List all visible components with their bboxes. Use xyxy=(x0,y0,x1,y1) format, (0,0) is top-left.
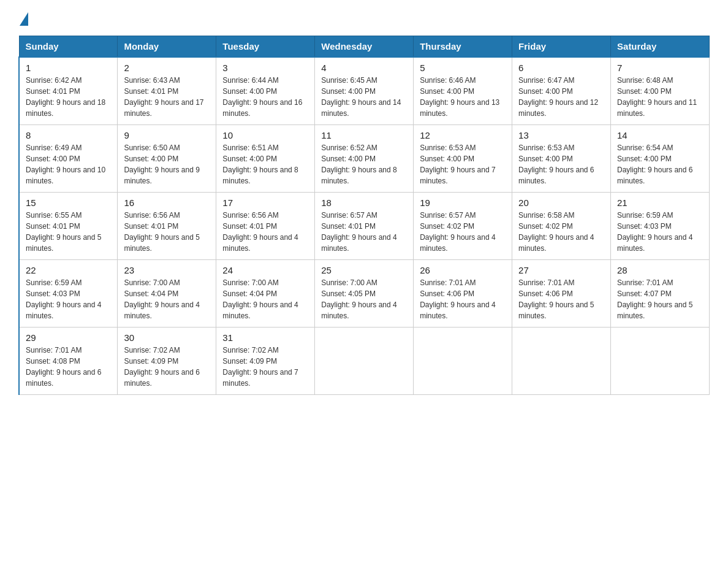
day-number: 31 xyxy=(222,332,308,343)
day-info: Sunrise: 7:02 AMSunset: 4:09 PMDaylight:… xyxy=(124,345,210,389)
calendar-cell: 5Sunrise: 6:46 AMSunset: 4:00 PMDaylight… xyxy=(414,57,512,124)
day-info: Sunrise: 6:55 AMSunset: 4:01 PMDaylight:… xyxy=(26,210,111,254)
calendar-cell: 12Sunrise: 6:53 AMSunset: 4:00 PMDayligh… xyxy=(414,124,512,192)
day-info: Sunrise: 7:01 AMSunset: 4:07 PMDaylight:… xyxy=(617,277,703,321)
calendar-cell: 2Sunrise: 6:43 AMSunset: 4:01 PMDaylight… xyxy=(118,57,216,124)
day-info: Sunrise: 7:00 AMSunset: 4:04 PMDaylight:… xyxy=(222,277,308,321)
day-number: 24 xyxy=(222,265,308,275)
day-number: 30 xyxy=(124,332,210,343)
calendar-header-row: SundayMondayTuesdayWednesdayThursdayFrid… xyxy=(19,36,710,58)
day-info: Sunrise: 6:56 AMSunset: 4:01 PMDaylight:… xyxy=(222,210,308,254)
calendar-cell: 21Sunrise: 6:59 AMSunset: 4:03 PMDayligh… xyxy=(611,192,710,259)
day-number: 17 xyxy=(222,197,308,208)
calendar-cell: 11Sunrise: 6:52 AMSunset: 4:00 PMDayligh… xyxy=(315,124,414,192)
day-info: Sunrise: 6:50 AMSunset: 4:00 PMDaylight:… xyxy=(124,142,210,186)
page-header xyxy=(18,12,710,23)
calendar-cell: 7Sunrise: 6:48 AMSunset: 4:00 PMDaylight… xyxy=(611,57,710,124)
day-number: 3 xyxy=(222,63,308,73)
calendar-cell: 16Sunrise: 6:56 AMSunset: 4:01 PMDayligh… xyxy=(118,192,216,259)
calendar-cell: 18Sunrise: 6:57 AMSunset: 4:01 PMDayligh… xyxy=(315,192,414,259)
calendar-cell: 26Sunrise: 7:01 AMSunset: 4:06 PMDayligh… xyxy=(414,259,512,327)
calendar-cell: 23Sunrise: 7:00 AMSunset: 4:04 PMDayligh… xyxy=(118,259,216,327)
calendar-cell: 28Sunrise: 7:01 AMSunset: 4:07 PMDayligh… xyxy=(611,259,710,327)
calendar-cell: 9Sunrise: 6:50 AMSunset: 4:00 PMDaylight… xyxy=(118,124,216,192)
day-info: Sunrise: 6:48 AMSunset: 4:00 PMDaylight:… xyxy=(617,75,703,119)
day-number: 1 xyxy=(26,63,111,73)
day-number: 18 xyxy=(321,197,407,208)
day-info: Sunrise: 7:01 AMSunset: 4:06 PMDaylight:… xyxy=(518,277,604,321)
calendar-week-row: 1Sunrise: 6:42 AMSunset: 4:01 PMDaylight… xyxy=(19,57,710,124)
day-info: Sunrise: 6:45 AMSunset: 4:00 PMDaylight:… xyxy=(321,75,407,119)
calendar-cell: 6Sunrise: 6:47 AMSunset: 4:00 PMDaylight… xyxy=(512,57,611,124)
calendar-cell: 15Sunrise: 6:55 AMSunset: 4:01 PMDayligh… xyxy=(19,192,118,259)
calendar-cell: 31Sunrise: 7:02 AMSunset: 4:09 PMDayligh… xyxy=(216,327,315,394)
day-header-sunday: Sunday xyxy=(19,36,118,58)
calendar-cell: 25Sunrise: 7:00 AMSunset: 4:05 PMDayligh… xyxy=(315,259,414,327)
logo-triangle-icon xyxy=(20,12,28,26)
day-info: Sunrise: 6:58 AMSunset: 4:02 PMDaylight:… xyxy=(518,210,604,254)
logo xyxy=(18,12,29,23)
day-number: 19 xyxy=(420,197,506,208)
calendar-cell: 20Sunrise: 6:58 AMSunset: 4:02 PMDayligh… xyxy=(512,192,611,259)
day-info: Sunrise: 6:49 AMSunset: 4:00 PMDaylight:… xyxy=(26,142,111,186)
day-number: 28 xyxy=(617,265,703,275)
day-number: 22 xyxy=(26,265,111,275)
day-number: 16 xyxy=(124,197,210,208)
day-info: Sunrise: 7:00 AMSunset: 4:05 PMDaylight:… xyxy=(321,277,407,321)
day-info: Sunrise: 6:56 AMSunset: 4:01 PMDaylight:… xyxy=(124,210,210,254)
calendar-cell: 14Sunrise: 6:54 AMSunset: 4:00 PMDayligh… xyxy=(611,124,710,192)
calendar-cell: 13Sunrise: 6:53 AMSunset: 4:00 PMDayligh… xyxy=(512,124,611,192)
day-number: 25 xyxy=(321,265,407,275)
calendar-cell: 24Sunrise: 7:00 AMSunset: 4:04 PMDayligh… xyxy=(216,259,315,327)
day-header-monday: Monday xyxy=(118,36,216,58)
day-info: Sunrise: 6:51 AMSunset: 4:00 PMDaylight:… xyxy=(222,142,308,186)
day-info: Sunrise: 6:44 AMSunset: 4:00 PMDaylight:… xyxy=(222,75,308,119)
calendar-cell xyxy=(512,327,611,394)
calendar-cell: 8Sunrise: 6:49 AMSunset: 4:00 PMDaylight… xyxy=(19,124,118,192)
day-number: 21 xyxy=(617,197,703,208)
day-number: 10 xyxy=(222,130,308,140)
calendar-cell: 19Sunrise: 6:57 AMSunset: 4:02 PMDayligh… xyxy=(414,192,512,259)
day-info: Sunrise: 7:01 AMSunset: 4:06 PMDaylight:… xyxy=(420,277,506,321)
calendar-cell: 10Sunrise: 6:51 AMSunset: 4:00 PMDayligh… xyxy=(216,124,315,192)
calendar-week-row: 8Sunrise: 6:49 AMSunset: 4:00 PMDaylight… xyxy=(19,124,710,192)
day-number: 27 xyxy=(518,265,604,275)
day-number: 12 xyxy=(420,130,506,140)
calendar-cell xyxy=(315,327,414,394)
calendar-cell: 4Sunrise: 6:45 AMSunset: 4:00 PMDaylight… xyxy=(315,57,414,124)
day-number: 23 xyxy=(124,265,210,275)
day-info: Sunrise: 6:53 AMSunset: 4:00 PMDaylight:… xyxy=(420,142,506,186)
day-info: Sunrise: 6:59 AMSunset: 4:03 PMDaylight:… xyxy=(26,277,111,321)
calendar-cell: 27Sunrise: 7:01 AMSunset: 4:06 PMDayligh… xyxy=(512,259,611,327)
day-number: 2 xyxy=(124,63,210,73)
day-number: 11 xyxy=(321,130,407,140)
day-number: 15 xyxy=(26,197,111,208)
calendar-week-row: 29Sunrise: 7:01 AMSunset: 4:08 PMDayligh… xyxy=(19,327,710,394)
day-number: 20 xyxy=(518,197,604,208)
calendar-cell: 29Sunrise: 7:01 AMSunset: 4:08 PMDayligh… xyxy=(19,327,118,394)
day-number: 13 xyxy=(518,130,604,140)
day-info: Sunrise: 7:01 AMSunset: 4:08 PMDaylight:… xyxy=(26,345,111,389)
day-number: 26 xyxy=(420,265,506,275)
day-info: Sunrise: 6:52 AMSunset: 4:00 PMDaylight:… xyxy=(321,142,407,186)
calendar-week-row: 22Sunrise: 6:59 AMSunset: 4:03 PMDayligh… xyxy=(19,259,710,327)
day-info: Sunrise: 6:57 AMSunset: 4:01 PMDaylight:… xyxy=(321,210,407,254)
day-header-friday: Friday xyxy=(512,36,611,58)
day-header-saturday: Saturday xyxy=(611,36,710,58)
calendar-cell xyxy=(611,327,710,394)
day-number: 6 xyxy=(518,63,604,73)
day-info: Sunrise: 7:00 AMSunset: 4:04 PMDaylight:… xyxy=(124,277,210,321)
day-header-thursday: Thursday xyxy=(414,36,512,58)
calendar-cell: 17Sunrise: 6:56 AMSunset: 4:01 PMDayligh… xyxy=(216,192,315,259)
day-number: 4 xyxy=(321,63,407,73)
calendar-cell: 30Sunrise: 7:02 AMSunset: 4:09 PMDayligh… xyxy=(118,327,216,394)
day-info: Sunrise: 6:59 AMSunset: 4:03 PMDaylight:… xyxy=(617,210,703,254)
day-number: 9 xyxy=(124,130,210,140)
calendar-cell: 22Sunrise: 6:59 AMSunset: 4:03 PMDayligh… xyxy=(19,259,118,327)
day-number: 5 xyxy=(420,63,506,73)
logo-text xyxy=(18,12,29,26)
day-info: Sunrise: 6:47 AMSunset: 4:00 PMDaylight:… xyxy=(518,75,604,119)
day-info: Sunrise: 6:46 AMSunset: 4:00 PMDaylight:… xyxy=(420,75,506,119)
day-number: 14 xyxy=(617,130,703,140)
day-info: Sunrise: 6:42 AMSunset: 4:01 PMDaylight:… xyxy=(26,75,111,119)
